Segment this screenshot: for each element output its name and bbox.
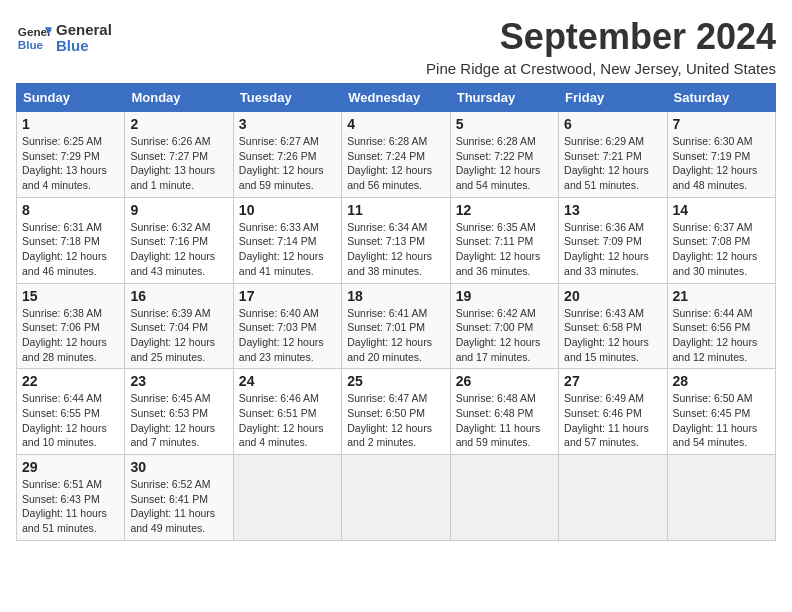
- cell-info: Sunrise: 6:48 AM Sunset: 6:48 PM Dayligh…: [456, 391, 553, 450]
- weekday-header-wednesday: Wednesday: [342, 84, 450, 112]
- calendar-cell: 16Sunrise: 6:39 AM Sunset: 7:04 PM Dayli…: [125, 283, 233, 369]
- cell-info: Sunrise: 6:35 AM Sunset: 7:11 PM Dayligh…: [456, 220, 553, 279]
- calendar-cell: 24Sunrise: 6:46 AM Sunset: 6:51 PM Dayli…: [233, 369, 341, 455]
- cell-info: Sunrise: 6:51 AM Sunset: 6:43 PM Dayligh…: [22, 477, 119, 536]
- weekday-header-monday: Monday: [125, 84, 233, 112]
- weekday-header-friday: Friday: [559, 84, 667, 112]
- calendar-cell: 1Sunrise: 6:25 AM Sunset: 7:29 PM Daylig…: [17, 112, 125, 198]
- cell-info: Sunrise: 6:42 AM Sunset: 7:00 PM Dayligh…: [456, 306, 553, 365]
- cell-info: Sunrise: 6:52 AM Sunset: 6:41 PM Dayligh…: [130, 477, 227, 536]
- calendar-cell: 3Sunrise: 6:27 AM Sunset: 7:26 PM Daylig…: [233, 112, 341, 198]
- cell-day-number: 15: [22, 288, 119, 304]
- cell-info: Sunrise: 6:26 AM Sunset: 7:27 PM Dayligh…: [130, 134, 227, 193]
- cell-day-number: 24: [239, 373, 336, 389]
- cell-info: Sunrise: 6:49 AM Sunset: 6:46 PM Dayligh…: [564, 391, 661, 450]
- svg-text:General: General: [18, 25, 52, 38]
- cell-info: Sunrise: 6:30 AM Sunset: 7:19 PM Dayligh…: [673, 134, 770, 193]
- cell-info: Sunrise: 6:50 AM Sunset: 6:45 PM Dayligh…: [673, 391, 770, 450]
- calendar-cell: 13Sunrise: 6:36 AM Sunset: 7:09 PM Dayli…: [559, 197, 667, 283]
- cell-day-number: 30: [130, 459, 227, 475]
- cell-day-number: 5: [456, 116, 553, 132]
- cell-info: Sunrise: 6:32 AM Sunset: 7:16 PM Dayligh…: [130, 220, 227, 279]
- cell-day-number: 2: [130, 116, 227, 132]
- weekday-header-sunday: Sunday: [17, 84, 125, 112]
- weekday-header-tuesday: Tuesday: [233, 84, 341, 112]
- calendar-cell: 6Sunrise: 6:29 AM Sunset: 7:21 PM Daylig…: [559, 112, 667, 198]
- cell-day-number: 20: [564, 288, 661, 304]
- cell-day-number: 13: [564, 202, 661, 218]
- cell-day-number: 12: [456, 202, 553, 218]
- calendar-title: September 2024: [426, 16, 776, 58]
- calendar-cell: 11Sunrise: 6:34 AM Sunset: 7:13 PM Dayli…: [342, 197, 450, 283]
- calendar-subtitle: Pine Ridge at Crestwood, New Jersey, Uni…: [426, 60, 776, 77]
- header: General Blue General Blue September 2024…: [16, 16, 776, 77]
- calendar-cell: 26Sunrise: 6:48 AM Sunset: 6:48 PM Dayli…: [450, 369, 558, 455]
- cell-day-number: 28: [673, 373, 770, 389]
- week-row-5: 29Sunrise: 6:51 AM Sunset: 6:43 PM Dayli…: [17, 455, 776, 541]
- calendar-cell: 17Sunrise: 6:40 AM Sunset: 7:03 PM Dayli…: [233, 283, 341, 369]
- calendar-cell: 12Sunrise: 6:35 AM Sunset: 7:11 PM Dayli…: [450, 197, 558, 283]
- calendar-cell: 21Sunrise: 6:44 AM Sunset: 6:56 PM Dayli…: [667, 283, 775, 369]
- calendar-cell: 15Sunrise: 6:38 AM Sunset: 7:06 PM Dayli…: [17, 283, 125, 369]
- calendar-cell: [342, 455, 450, 541]
- calendar-cell: 29Sunrise: 6:51 AM Sunset: 6:43 PM Dayli…: [17, 455, 125, 541]
- cell-info: Sunrise: 6:45 AM Sunset: 6:53 PM Dayligh…: [130, 391, 227, 450]
- calendar-cell: [233, 455, 341, 541]
- calendar-cell: 14Sunrise: 6:37 AM Sunset: 7:08 PM Dayli…: [667, 197, 775, 283]
- cell-info: Sunrise: 6:33 AM Sunset: 7:14 PM Dayligh…: [239, 220, 336, 279]
- calendar-cell: 8Sunrise: 6:31 AM Sunset: 7:18 PM Daylig…: [17, 197, 125, 283]
- cell-day-number: 7: [673, 116, 770, 132]
- calendar-cell: 4Sunrise: 6:28 AM Sunset: 7:24 PM Daylig…: [342, 112, 450, 198]
- cell-info: Sunrise: 6:39 AM Sunset: 7:04 PM Dayligh…: [130, 306, 227, 365]
- cell-info: Sunrise: 6:44 AM Sunset: 6:56 PM Dayligh…: [673, 306, 770, 365]
- cell-info: Sunrise: 6:41 AM Sunset: 7:01 PM Dayligh…: [347, 306, 444, 365]
- cell-day-number: 23: [130, 373, 227, 389]
- cell-day-number: 16: [130, 288, 227, 304]
- cell-day-number: 27: [564, 373, 661, 389]
- cell-info: Sunrise: 6:27 AM Sunset: 7:26 PM Dayligh…: [239, 134, 336, 193]
- cell-info: Sunrise: 6:25 AM Sunset: 7:29 PM Dayligh…: [22, 134, 119, 193]
- cell-info: Sunrise: 6:36 AM Sunset: 7:09 PM Dayligh…: [564, 220, 661, 279]
- title-area: September 2024 Pine Ridge at Crestwood, …: [426, 16, 776, 77]
- cell-day-number: 25: [347, 373, 444, 389]
- cell-info: Sunrise: 6:40 AM Sunset: 7:03 PM Dayligh…: [239, 306, 336, 365]
- calendar-cell: 2Sunrise: 6:26 AM Sunset: 7:27 PM Daylig…: [125, 112, 233, 198]
- cell-info: Sunrise: 6:28 AM Sunset: 7:22 PM Dayligh…: [456, 134, 553, 193]
- calendar-cell: 27Sunrise: 6:49 AM Sunset: 6:46 PM Dayli…: [559, 369, 667, 455]
- week-row-3: 15Sunrise: 6:38 AM Sunset: 7:06 PM Dayli…: [17, 283, 776, 369]
- calendar-cell: 25Sunrise: 6:47 AM Sunset: 6:50 PM Dayli…: [342, 369, 450, 455]
- cell-day-number: 14: [673, 202, 770, 218]
- cell-day-number: 11: [347, 202, 444, 218]
- weekday-header-row: SundayMondayTuesdayWednesdayThursdayFrid…: [17, 84, 776, 112]
- cell-info: Sunrise: 6:38 AM Sunset: 7:06 PM Dayligh…: [22, 306, 119, 365]
- calendar-cell: 30Sunrise: 6:52 AM Sunset: 6:41 PM Dayli…: [125, 455, 233, 541]
- calendar-table: SundayMondayTuesdayWednesdayThursdayFrid…: [16, 83, 776, 541]
- calendar-cell: 23Sunrise: 6:45 AM Sunset: 6:53 PM Dayli…: [125, 369, 233, 455]
- cell-day-number: 10: [239, 202, 336, 218]
- calendar-cell: 10Sunrise: 6:33 AM Sunset: 7:14 PM Dayli…: [233, 197, 341, 283]
- calendar-cell: 28Sunrise: 6:50 AM Sunset: 6:45 PM Dayli…: [667, 369, 775, 455]
- cell-info: Sunrise: 6:37 AM Sunset: 7:08 PM Dayligh…: [673, 220, 770, 279]
- calendar-cell: 19Sunrise: 6:42 AM Sunset: 7:00 PM Dayli…: [450, 283, 558, 369]
- cell-day-number: 8: [22, 202, 119, 218]
- cell-info: Sunrise: 6:31 AM Sunset: 7:18 PM Dayligh…: [22, 220, 119, 279]
- cell-day-number: 21: [673, 288, 770, 304]
- calendar-cell: 7Sunrise: 6:30 AM Sunset: 7:19 PM Daylig…: [667, 112, 775, 198]
- weekday-header-saturday: Saturday: [667, 84, 775, 112]
- calendar-cell: 22Sunrise: 6:44 AM Sunset: 6:55 PM Dayli…: [17, 369, 125, 455]
- cell-info: Sunrise: 6:43 AM Sunset: 6:58 PM Dayligh…: [564, 306, 661, 365]
- weekday-header-thursday: Thursday: [450, 84, 558, 112]
- svg-text:Blue: Blue: [18, 38, 44, 51]
- week-row-4: 22Sunrise: 6:44 AM Sunset: 6:55 PM Dayli…: [17, 369, 776, 455]
- calendar-cell: [667, 455, 775, 541]
- calendar-cell: 18Sunrise: 6:41 AM Sunset: 7:01 PM Dayli…: [342, 283, 450, 369]
- week-row-1: 1Sunrise: 6:25 AM Sunset: 7:29 PM Daylig…: [17, 112, 776, 198]
- cell-day-number: 29: [22, 459, 119, 475]
- cell-day-number: 26: [456, 373, 553, 389]
- cell-info: Sunrise: 6:46 AM Sunset: 6:51 PM Dayligh…: [239, 391, 336, 450]
- calendar-cell: 5Sunrise: 6:28 AM Sunset: 7:22 PM Daylig…: [450, 112, 558, 198]
- week-row-2: 8Sunrise: 6:31 AM Sunset: 7:18 PM Daylig…: [17, 197, 776, 283]
- cell-info: Sunrise: 6:34 AM Sunset: 7:13 PM Dayligh…: [347, 220, 444, 279]
- calendar-cell: [450, 455, 558, 541]
- cell-day-number: 1: [22, 116, 119, 132]
